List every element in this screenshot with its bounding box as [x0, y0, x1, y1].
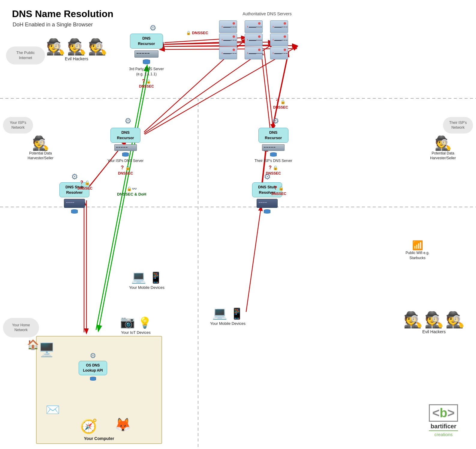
cloud-isp-network: Your ISP's Network	[3, 117, 33, 133]
dns-stub-yours: ⚙ DNS StubResolver ▬▬▬▬	[59, 172, 89, 214]
your-mobile-devices: 💻 📱 Your Mobile Devices	[129, 270, 164, 290]
firefox-icon: 🦊	[115, 417, 131, 433]
auth-server-group: ▬▬▬ ▬▬▬ ▬▬▬ ▬▬▬ ▬▬▬ ▬▬▬ ▬▬▬	[219, 20, 288, 59]
cloud-their-isp: Their ISP's Network	[443, 117, 473, 133]
their-mobile-devices: 💻 📱 Your Mobile Devices	[210, 306, 246, 326]
house-icon: 🏠	[27, 339, 39, 350]
dnssec-right: ? 🔒 DNSSEC	[273, 99, 288, 110]
page-title: DNS Name Resolution	[12, 8, 113, 19]
cloud-public-internet: The Public Internet	[6, 46, 45, 64]
safari-icon: 🧭	[80, 418, 97, 434]
mail-app-icon: ✉️	[46, 403, 60, 416]
your-computer-box: ⚙ OS DNS Lookup API ✉️ 🧭 🦊 Your Computer	[36, 336, 162, 444]
svg-line-21	[98, 67, 149, 331]
dnssec-doh-label: 🔒👓 DNSSEC & DoH	[117, 186, 146, 197]
public-wifi: 📶 Public Wifi e.g. Starbucks	[401, 240, 434, 261]
your-iot-devices: 📷 💡 Your IoT Devices	[120, 315, 152, 335]
auth-servers-label: Authoritative DNS Servers	[210, 11, 324, 16]
svg-line-29	[246, 206, 261, 312]
dnssec-label-top: 🔒 DNSSEC	[186, 30, 208, 35]
potential-harvester-1: 🕵 Potential Data Harvester/Seller	[24, 135, 57, 160]
cloud-home-network: Your Home Network	[3, 318, 39, 337]
isp-dns-group: ⚙ DNSRecursor ▬▬▬▬▬ Your ISPs DNS Server…	[107, 116, 143, 176]
potential-harvester-2: 🕵 Potential Data Harvester/Seller	[425, 135, 461, 160]
os-dns-group: ⚙ OS DNS Lookup API	[79, 352, 107, 381]
your-computer-label: Your Computer	[84, 436, 114, 441]
svg-line-20	[96, 66, 147, 330]
evil-hackers-2: 🕵🕵🕵 Evil Hackers	[410, 312, 458, 334]
dnssec-stub: ? 🔒 DNSSEC	[77, 180, 92, 191]
desktop-computer-icon: 🖥️	[38, 342, 55, 358]
page-subtitle: DoH Enabled in a Single Browser	[13, 22, 93, 28]
dnssec-their-stub: ? 🔒 DNSSEC	[271, 185, 286, 196]
evil-hackers-1: 🕵🕵🕵 Evil Hackers	[54, 39, 99, 61]
dns-3rdparty-group: ⚙ DNSRecursor ▬▬▬▬▬ 3rd Party DNS Server…	[129, 30, 164, 88]
their-isp-dns-group: ⚙ DNSRecursor ▬▬▬▬▬ Their ISP's DNS Serv…	[255, 116, 292, 176]
bartificer-logo: <b> bartificer creations	[429, 404, 458, 437]
